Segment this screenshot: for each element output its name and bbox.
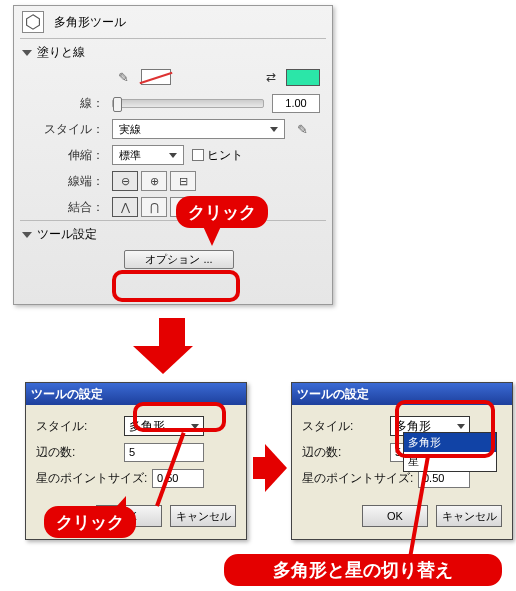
hinting-checkbox[interactable]: ヒント [192, 147, 243, 164]
join-round-button[interactable]: ⋂ [141, 197, 167, 217]
combo-value: 標準 [119, 148, 141, 163]
panel-titlebar: 多角形ツール [14, 6, 332, 38]
highlight-dropdown-list [395, 400, 495, 458]
options-button[interactable]: オプション ... [124, 250, 234, 269]
highlight-options-button [112, 270, 240, 302]
disclosure-triangle-icon [22, 50, 32, 56]
stroke-none-swatch[interactable] [141, 69, 171, 85]
highlight-style-combo [133, 402, 226, 432]
stroke-width-input[interactable]: 1.00 [272, 94, 320, 113]
flow-arrow-down-icon [150, 318, 193, 374]
label-pointsize: 星のポイントサイズ: [36, 470, 152, 487]
label-scale: 伸縮： [14, 147, 104, 164]
sides-input[interactable]: 5 [124, 443, 204, 462]
label-style: スタイル: [36, 418, 124, 435]
flow-arrow-right-icon [253, 444, 287, 492]
stroke-width-slider[interactable] [112, 99, 264, 108]
section-fill-and-stroke[interactable]: 塗りと線 [14, 39, 332, 64]
cancel-button[interactable]: キャンセル [436, 505, 502, 527]
pointsize-input[interactable]: 0.50 [152, 469, 204, 488]
swap-fill-stroke-icon[interactable]: ⇄ [266, 70, 276, 84]
stroke-style-combo[interactable]: 実線 [112, 119, 285, 139]
cap-square-button[interactable]: ⊟ [170, 171, 196, 191]
callout-swap: 多角形と星の切り替え [224, 554, 502, 586]
stroke-width-row: 線： 1.00 [14, 90, 332, 116]
chevron-down-icon [167, 153, 179, 158]
label-cap: 線端： [14, 173, 104, 190]
fill-color-swatch[interactable] [286, 69, 320, 86]
chevron-down-icon [268, 127, 280, 132]
svg-marker-0 [27, 15, 40, 29]
label-sides: 辺の数: [36, 444, 124, 461]
stroke-pencil-icon[interactable]: ✎ [118, 70, 129, 85]
stroke-style-row: スタイル： 実線 ✎ [14, 116, 332, 142]
cap-round-button[interactable]: ⊕ [141, 171, 167, 191]
checkbox-icon [192, 149, 204, 161]
combo-value: 実線 [119, 122, 141, 137]
cancel-button[interactable]: キャンセル [170, 505, 236, 527]
tool-options-panel: 多角形ツール 塗りと線 ✎ ⇄ 線： 1.00 スタイル： 実線 ✎ 伸縮： 標… [13, 5, 333, 305]
disclosure-triangle-icon [22, 232, 32, 238]
edit-style-icon[interactable]: ✎ [297, 122, 308, 137]
polygon-tool-icon [22, 11, 44, 33]
cap-butt-button[interactable]: ⊖ [112, 171, 138, 191]
section-label: ツール設定 [37, 226, 97, 243]
cap-row: 線端： ⊖ ⊕ ⊟ [14, 168, 332, 194]
scale-combo[interactable]: 標準 [112, 145, 184, 165]
label-sides: 辺の数: [302, 444, 390, 461]
fill-stroke-row: ✎ ⇄ [14, 64, 332, 90]
label-pointsize: 星のポイントサイズ: [302, 470, 418, 487]
label-style: スタイル： [14, 121, 104, 138]
panel-title: 多角形ツール [54, 14, 126, 31]
join-miter-button[interactable]: ⋀ [112, 197, 138, 217]
section-tool-options[interactable]: ツール設定 [14, 221, 332, 246]
callout-click: クリック [44, 506, 136, 538]
section-label: 塗りと線 [37, 44, 85, 61]
callout-click: クリック [176, 196, 268, 228]
checkbox-label: ヒント [207, 147, 243, 164]
label-stroke: 線： [14, 95, 104, 112]
label-join: 結合： [14, 199, 104, 216]
label-style: スタイル: [302, 418, 390, 435]
join-row: 結合： ⋀ ⋂ ⊓ [14, 194, 332, 220]
scale-row: 伸縮： 標準 ヒント [14, 142, 332, 168]
